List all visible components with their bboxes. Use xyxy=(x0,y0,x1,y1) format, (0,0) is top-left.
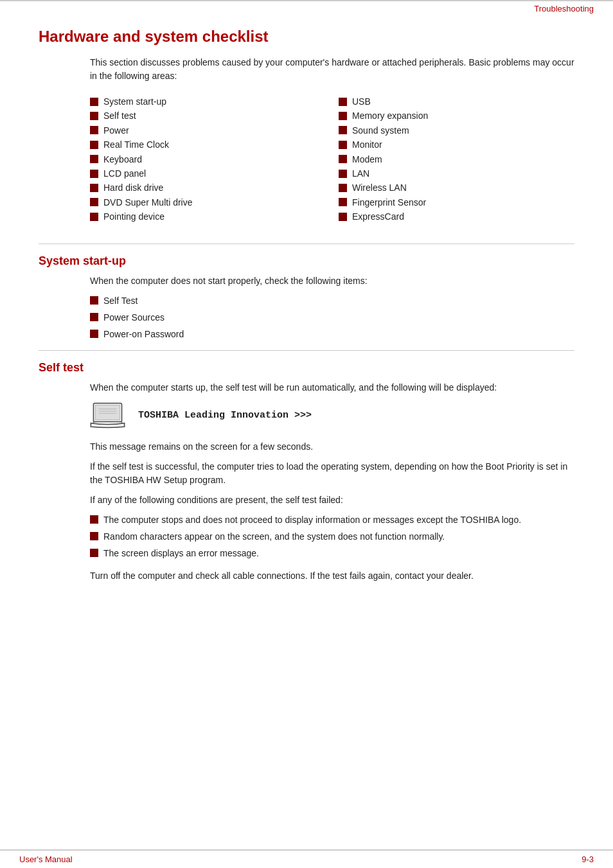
checklist-item: LAN xyxy=(339,166,574,181)
item-label: Sound system xyxy=(352,123,409,137)
list-item: Power-on Password xyxy=(90,328,574,341)
bullet-text: Power-on Password xyxy=(103,328,184,341)
code-display: TOSHIBA Leading Innovation >>> xyxy=(138,410,312,421)
section-title-system-startup: System start-up xyxy=(39,254,574,268)
item-label: Memory expansion xyxy=(352,109,428,123)
item-label: Pointing device xyxy=(103,209,164,224)
section-label: Troubleshooting xyxy=(534,4,594,13)
system-startup-intro: When the computer does not start properl… xyxy=(90,274,574,288)
bullet-icon xyxy=(90,532,98,540)
checklist-item: Monitor xyxy=(339,137,574,152)
bullet-text: The screen displays an error message. xyxy=(103,547,259,560)
item-label: Modem xyxy=(352,152,382,166)
checklist-item: Modem xyxy=(339,152,574,166)
item-label: DVD Super Multi drive xyxy=(103,195,193,209)
bullet-icon xyxy=(339,155,347,163)
checklist-item: Fingerprint Sensor xyxy=(339,195,574,209)
bullet-icon xyxy=(339,213,347,221)
item-label: System start-up xyxy=(103,94,166,109)
bullet-icon xyxy=(90,198,98,206)
checklist-item: Memory expansion xyxy=(339,109,574,123)
checklist-item: Self test xyxy=(90,109,326,123)
bullet-text: The computer stops and does not proceed … xyxy=(103,513,521,527)
checklist-item: Hard disk drive xyxy=(90,181,326,195)
bullet-icon xyxy=(90,155,98,163)
item-label: ExpressCard xyxy=(352,209,404,224)
list-item: The computer stops and does not proceed … xyxy=(90,513,574,527)
checklist-item: USB xyxy=(339,94,574,109)
bullet-icon xyxy=(90,296,98,305)
bullet-icon xyxy=(339,112,347,120)
bullet-text: Random characters appear on the screen, … xyxy=(103,530,445,544)
section-title-self-test: Self test xyxy=(39,361,574,375)
section-divider xyxy=(39,244,574,244)
list-item: Power Sources xyxy=(90,311,574,324)
item-label: Self test xyxy=(103,109,136,123)
bullet-icon xyxy=(90,515,98,524)
item-label: Real Time Clock xyxy=(103,137,169,152)
bullet-icon xyxy=(339,126,347,134)
checklist-item: System start-up xyxy=(90,94,326,109)
top-bar: Troubleshooting xyxy=(0,0,613,15)
intro-text: This section discusses problems caused b… xyxy=(90,56,574,83)
checklist-grid: System start-upSelf testPowerReal Time C… xyxy=(90,94,574,224)
item-label: Power xyxy=(103,123,129,137)
checklist-item: Power xyxy=(90,123,326,137)
self-test-body-1: This message remains on the screen for a… xyxy=(90,440,574,454)
item-label: USB xyxy=(352,94,371,109)
laptop-icon xyxy=(90,401,125,430)
checklist-item: LCD panel xyxy=(90,166,326,181)
page-title: Hardware and system checklist xyxy=(39,28,574,46)
bullet-icon xyxy=(90,549,98,557)
bullet-icon xyxy=(339,184,347,192)
checklist-item: DVD Super Multi drive xyxy=(90,195,326,209)
bullet-icon xyxy=(90,330,98,338)
checklist-col2: USBMemory expansionSound systemMonitorMo… xyxy=(339,94,574,224)
bullet-icon xyxy=(339,141,347,149)
bullet-icon xyxy=(90,184,98,192)
self-test-body-3: If any of the following conditions are p… xyxy=(90,493,574,507)
checklist-item: Wireless LAN xyxy=(339,181,574,195)
checklist-item: Pointing device xyxy=(90,209,326,224)
footer-right: 9-3 xyxy=(582,855,594,864)
bullet-icon xyxy=(90,112,98,120)
list-item: Random characters appear on the screen, … xyxy=(90,530,574,544)
svg-rect-1 xyxy=(95,405,120,420)
list-item: The screen displays an error message. xyxy=(90,547,574,560)
code-block: TOSHIBA Leading Innovation >>> xyxy=(90,401,574,430)
bullet-icon xyxy=(90,213,98,221)
item-label: Wireless LAN xyxy=(352,181,407,195)
bullet-icon xyxy=(90,313,98,321)
footer: User's Manual 9-3 xyxy=(0,849,613,868)
checklist-item: Real Time Clock xyxy=(90,137,326,152)
bullet-text: Power Sources xyxy=(103,311,164,324)
self-test-failure-bullets: The computer stops and does not proceed … xyxy=(90,513,574,560)
system-startup-bullets: Self Test Power Sources Power-on Passwor… xyxy=(90,294,574,341)
item-label: Monitor xyxy=(352,137,382,152)
bullet-icon xyxy=(90,98,98,106)
bullet-icon xyxy=(90,126,98,134)
bullet-icon xyxy=(339,98,347,106)
bullet-icon xyxy=(90,170,98,178)
footer-left: User's Manual xyxy=(19,855,73,864)
section-divider-2 xyxy=(39,350,574,351)
item-label: LAN xyxy=(352,166,369,181)
bullet-icon xyxy=(339,170,347,178)
self-test-body-2: If the self test is successful, the comp… xyxy=(90,460,574,487)
bullet-icon xyxy=(90,141,98,149)
checklist-item: Sound system xyxy=(339,123,574,137)
item-label: Fingerprint Sensor xyxy=(352,195,426,209)
item-label: Hard disk drive xyxy=(103,181,163,195)
self-test-closing: Turn off the computer and check all cabl… xyxy=(90,569,574,583)
checklist-item: Keyboard xyxy=(90,152,326,166)
bullet-text: Self Test xyxy=(103,294,138,308)
bullet-icon xyxy=(339,198,347,206)
checklist-item: ExpressCard xyxy=(339,209,574,224)
list-item: Self Test xyxy=(90,294,574,308)
item-label: Keyboard xyxy=(103,152,142,166)
item-label: LCD panel xyxy=(103,166,146,181)
self-test-intro: When the computer starts up, the self te… xyxy=(90,381,574,394)
main-content: Hardware and system checklist This secti… xyxy=(0,15,613,615)
checklist-col1: System start-upSelf testPowerReal Time C… xyxy=(90,94,326,224)
